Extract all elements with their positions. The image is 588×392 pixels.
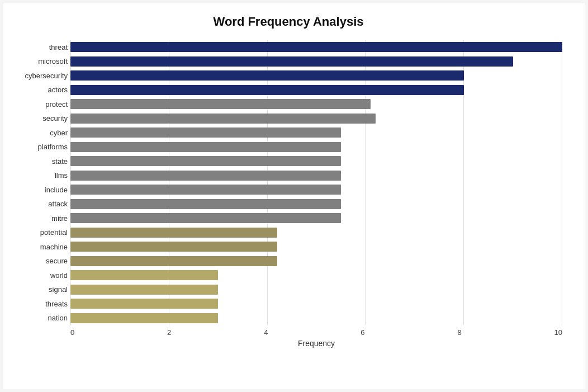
bar-row: llms (70, 168, 562, 183)
bar (70, 156, 341, 166)
bar-label: world (15, 271, 68, 280)
bar-label: include (15, 186, 68, 194)
bar-row: attack (70, 197, 562, 211)
bar (70, 313, 218, 323)
bar-row: machine (70, 240, 562, 254)
bar-label: machine (15, 243, 68, 251)
bar-row: world (70, 268, 562, 283)
x-axis: 0246810 (15, 328, 562, 337)
bar-row: cyber (70, 126, 562, 140)
bar (70, 299, 218, 309)
bar-label: llms (15, 171, 68, 180)
bar (70, 256, 277, 266)
bar-label: nation (15, 314, 68, 322)
bar (70, 185, 341, 195)
bar-row: security (70, 111, 562, 126)
bar (70, 285, 218, 295)
bar (70, 56, 513, 67)
bar (70, 242, 277, 252)
bar-row: threat (70, 40, 562, 55)
bar-label: security (15, 114, 68, 122)
bars-section: threatmicrosoftcybersecurityactorsprotec… (15, 40, 562, 325)
bar-label: cyber (15, 129, 68, 137)
bar-label: microsoft (15, 57, 68, 65)
x-tick: 6 (361, 328, 364, 337)
x-axis-label: Frequency (15, 339, 562, 348)
x-tick: 0 (70, 328, 74, 337)
chart-area: threatmicrosoftcybersecurityactorsprotec… (15, 40, 562, 348)
chart-container: Word Frequency Analysis threatmicrosoftc… (3, 3, 585, 389)
bar-row: signal (70, 282, 562, 297)
bar-row: cybersecurity (70, 69, 562, 83)
bar-row: threats (70, 297, 562, 311)
bar-label: cybersecurity (15, 72, 68, 80)
bar-label: state (15, 157, 68, 166)
x-tick: 8 (457, 328, 461, 337)
bar-row: microsoft (70, 54, 562, 69)
bar-label: secure (15, 257, 68, 265)
bar (70, 99, 371, 109)
bar-row: mitre (70, 211, 562, 226)
x-tick: 4 (264, 328, 268, 337)
bar-row: protect (70, 97, 562, 112)
bar-label: mitre (15, 214, 68, 223)
bar (70, 127, 341, 138)
bar (70, 213, 341, 223)
bar-row: platforms (70, 140, 562, 154)
bar-label: platforms (15, 143, 68, 151)
bar-row: secure (70, 254, 562, 268)
bar-label: attack (15, 200, 68, 208)
bar-label: signal (15, 285, 68, 294)
bar (70, 199, 341, 209)
bar (70, 228, 277, 238)
bar-row: state (70, 154, 562, 169)
bar (70, 142, 341, 152)
bar-label: protect (15, 100, 68, 108)
bar (70, 270, 218, 280)
bar-row: include (70, 183, 562, 197)
bar (70, 114, 376, 124)
bar (70, 42, 562, 52)
x-tick: 2 (167, 328, 171, 337)
bar-row: potential (70, 225, 562, 240)
bar-label: threats (15, 300, 68, 308)
bar-label: potential (15, 228, 68, 237)
x-tick: 10 (554, 328, 562, 337)
bar (70, 85, 464, 95)
bar-label: threat (15, 43, 68, 51)
bar (70, 171, 341, 181)
bar-row: nation (70, 311, 562, 325)
bar (70, 70, 464, 81)
bar-row: actors (70, 83, 562, 97)
chart-title: Word Frequency Analysis (15, 15, 562, 29)
bar-label: actors (15, 86, 68, 94)
